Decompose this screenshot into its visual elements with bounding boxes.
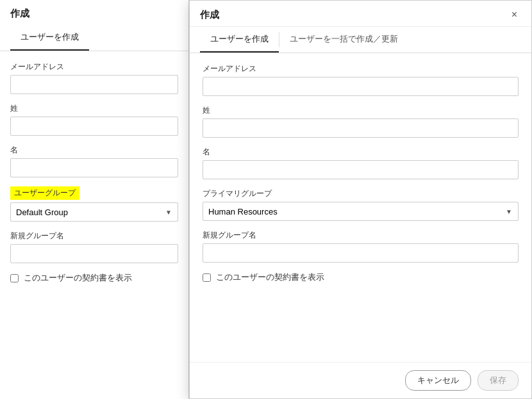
save-button[interactable]: 保存 (478, 370, 519, 391)
primary-group-select[interactable]: Human Resources Default Group Engineerin… (203, 202, 519, 221)
show-contracts-checkbox[interactable] (203, 273, 211, 282)
left-email-group: メールアドレス (10, 61, 178, 94)
left-title: 作成 (10, 8, 29, 19)
left-email-label: メールアドレス (10, 61, 178, 72)
close-button[interactable]: × (508, 8, 521, 21)
checkbox-label: このユーザーの契約書を表示 (216, 272, 324, 283)
left-usergroup-label: ユーザーグループ (10, 186, 79, 200)
left-newgroup-group: 新規グループ名 (10, 231, 178, 263)
dialog-title: 作成 (200, 9, 219, 21)
primary-group-group: プライマリグループ Human Resources Default Group … (203, 188, 519, 221)
lastname-input[interactable] (203, 118, 519, 138)
left-group-select[interactable]: Default Group (10, 202, 178, 222)
left-usergroup-group: ユーザーグループ Default Group ▼ (10, 186, 178, 222)
left-newgroup-input[interactable] (10, 244, 178, 263)
email-input[interactable] (203, 77, 519, 96)
left-header: 作成 (0, 0, 188, 25)
left-firstname-input[interactable] (10, 158, 178, 177)
primary-group-label: プライマリグループ (203, 188, 519, 199)
left-checkbox-label: このユーザーの契約書を表示 (24, 272, 132, 284)
left-checkbox[interactable] (10, 274, 19, 282)
left-lastname-group: 姓 (10, 103, 178, 136)
left-body: メールアドレス 姓 名 ユーザーグループ Default Group ▼ (0, 51, 188, 294)
dialog-tabs: ユーザーを作成 ユーザーを一括で作成／更新 (190, 27, 531, 53)
newgroup-group: 新規グループ名 (203, 230, 519, 263)
left-tab-create[interactable]: ユーザーを作成 (10, 25, 89, 51)
email-group: メールアドレス (203, 63, 519, 96)
cancel-button[interactable]: キャンセル (405, 370, 471, 391)
newgroup-input[interactable] (203, 243, 519, 263)
dialog-footer: キャンセル 保存 (190, 362, 531, 398)
left-newgroup-label: 新規グループ名 (10, 231, 178, 241)
tab-bulk-create[interactable]: ユーザーを一括で作成／更新 (279, 27, 408, 53)
right-panel: 作成 × ユーザーを作成 ユーザーを一括で作成／更新 メールアドレス 姓 名 プ… (189, 0, 532, 399)
dialog-header: 作成 × (190, 1, 531, 27)
primary-select-wrapper: Human Resources Default Group Engineerin… (203, 202, 519, 221)
email-label: メールアドレス (203, 63, 519, 74)
left-select-wrapper: Default Group ▼ (10, 202, 178, 222)
left-tabs: ユーザーを作成 (0, 25, 188, 51)
tab-create-user[interactable]: ユーザーを作成 (200, 27, 279, 53)
checkbox-row: このユーザーの契約書を表示 (203, 272, 519, 283)
dialog-body: メールアドレス 姓 名 プライマリグループ Human Resources De… (190, 53, 531, 293)
left-firstname-label: 名 (10, 145, 178, 156)
lastname-label: 姓 (203, 105, 519, 116)
left-email-input[interactable] (10, 75, 178, 94)
firstname-label: 名 (203, 147, 519, 158)
firstname-group: 名 (203, 147, 519, 179)
left-firstname-group: 名 (10, 145, 178, 177)
left-lastname-label: 姓 (10, 103, 178, 114)
firstname-input[interactable] (203, 160, 519, 179)
left-panel: 作成 ユーザーを作成 メールアドレス 姓 名 ユーザーグループ De (0, 0, 189, 399)
left-lastname-input[interactable] (10, 117, 178, 136)
left-checkbox-row: このユーザーの契約書を表示 (10, 272, 178, 284)
newgroup-label: 新規グループ名 (203, 230, 519, 241)
lastname-group: 姓 (203, 105, 519, 138)
